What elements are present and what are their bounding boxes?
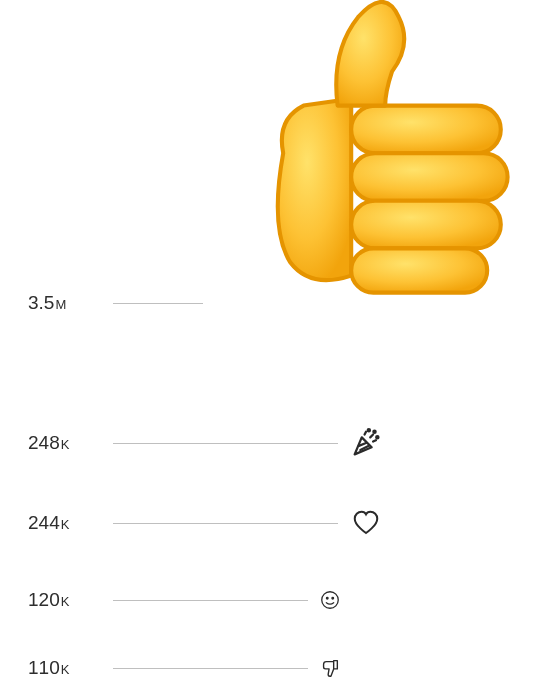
reaction-count: 244K [28, 512, 113, 534]
svg-point-6 [368, 429, 370, 431]
list-item: 120K [28, 581, 508, 619]
svg-rect-1 [351, 153, 507, 201]
svg-point-8 [326, 597, 328, 599]
smiley-icon [308, 589, 352, 611]
reaction-count: 110K [28, 657, 113, 679]
list-item: 3.5M [28, 283, 508, 323]
reaction-list: 3.5M 248K 244K [28, 283, 508, 685]
thumbs-up-icon [188, 0, 528, 330]
reaction-count: 3.5M [28, 292, 113, 314]
list-item: 248K [28, 421, 508, 465]
svg-point-5 [376, 436, 378, 438]
list-item: 110K [28, 649, 508, 685]
svg-point-9 [332, 597, 334, 599]
svg-point-4 [373, 431, 375, 433]
party-popper-icon [338, 426, 394, 460]
svg-point-7 [322, 592, 339, 609]
heart-icon [338, 508, 394, 538]
thumbs-down-icon [308, 657, 352, 679]
svg-rect-0 [351, 106, 501, 154]
svg-rect-2 [351, 201, 501, 249]
reaction-count: 248K [28, 432, 113, 454]
list-item: 244K [28, 501, 508, 545]
reaction-count: 120K [28, 589, 113, 611]
